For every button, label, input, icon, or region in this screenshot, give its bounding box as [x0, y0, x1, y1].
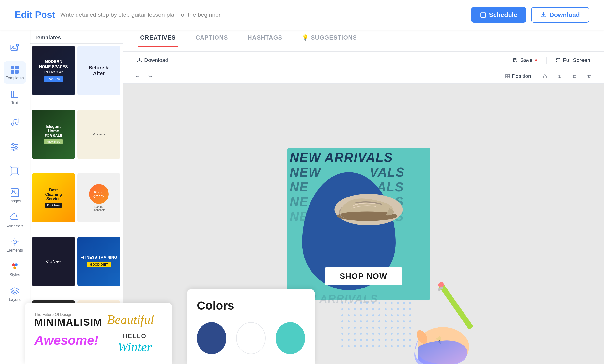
fonts-panel: The Future Of Design MINIMALISIM Beautif… — [25, 303, 172, 364]
schedule-label: Schedule — [489, 11, 517, 19]
svg-point-29 — [12, 263, 15, 266]
header-left: Edit Post Write detailed step by step gu… — [15, 10, 471, 20]
svg-point-31 — [13, 266, 16, 269]
svg-rect-0 — [481, 13, 486, 17]
redo-button[interactable]: ↪ — [145, 71, 155, 81]
save-button[interactable]: Save ● — [509, 55, 541, 65]
elements-icon — [10, 237, 20, 247]
font-hello-text: HELLO — [107, 333, 162, 340]
font-minimalism-text[interactable]: MINIMALISIM — [34, 317, 102, 328]
assets-label: Your Assets — [6, 224, 23, 228]
download-header-button[interactable]: Download — [531, 7, 589, 23]
svg-rect-37 — [508, 76, 510, 78]
sliders-icon — [10, 141, 20, 151]
sidebar-item-add-media[interactable] — [4, 37, 26, 59]
tab-captions[interactable]: CAPTIONS — [193, 34, 231, 47]
svg-point-30 — [15, 263, 18, 266]
position-label: Position — [512, 73, 531, 79]
download-canvas-button[interactable]: Download — [133, 55, 172, 65]
font-grid: The Future Of Design MINIMALISIM Beautif… — [34, 312, 162, 354]
expand-icon — [10, 166, 20, 176]
template-text: Before &After — [89, 65, 109, 76]
svg-rect-35 — [508, 74, 510, 76]
template-card[interactable]: BestCleaningService Book Now — [32, 173, 75, 222]
images-label: Images — [8, 199, 21, 203]
sidebar-item-crop[interactable] — [4, 160, 26, 182]
position-button[interactable]: Position — [501, 71, 535, 81]
tab-hashtags[interactable]: HASHTAGS — [245, 34, 285, 47]
font-awesome-text[interactable]: Awesome! — [34, 333, 102, 348]
template-text: Property — [93, 132, 105, 136]
font-cell-beautiful: Beautiful — [107, 312, 162, 328]
schedule-button[interactable]: Schedule — [471, 7, 526, 23]
template-inner: Photography NaturalSnapshots — [77, 173, 121, 222]
sidebar-item-images[interactable]: Images — [4, 184, 26, 207]
download-small-icon — [137, 58, 142, 63]
template-card[interactable]: Photography NaturalSnapshots — [77, 173, 121, 222]
download-icon — [541, 12, 547, 18]
tab-creatives[interactable]: CREATIVES — [138, 34, 178, 47]
sidebar-item-adjust[interactable] — [4, 135, 26, 157]
template-badge: Know More — [44, 139, 63, 144]
color-swatch-white[interactable] — [236, 322, 266, 354]
template-text: BestCleaningService — [45, 188, 62, 201]
sidebar-item-templates[interactable]: Templates — [4, 61, 26, 84]
sidebar-item-elements[interactable]: Elements — [4, 234, 26, 256]
template-card[interactable]: ElegantHomeFOR SALE Know More — [32, 110, 75, 159]
template-inner: Before &After — [77, 46, 121, 95]
text-label: Text — [11, 101, 18, 105]
font-cell-minimalism: The Future Of Design MINIMALISIM — [34, 312, 102, 328]
colors-panel: Colors — [187, 289, 315, 364]
font-winter-text[interactable]: Winter — [107, 340, 162, 354]
add-media-icon — [10, 43, 20, 53]
text-icon — [10, 89, 20, 99]
svg-point-17 — [16, 122, 18, 124]
sidebar-item-music[interactable] — [4, 111, 26, 133]
panel-title: Templates — [34, 34, 61, 41]
shoe-image — [322, 162, 415, 241]
font-cell-winter: HELLO Winter — [107, 333, 162, 354]
sidebar-item-assets[interactable]: Your Assets — [4, 209, 26, 231]
template-badge: Book Now — [45, 203, 62, 208]
fullscreen-button[interactable]: Full Screen — [552, 55, 594, 65]
undo-redo-group: ↩ ↪ — [133, 71, 155, 81]
flip-button[interactable] — [555, 71, 565, 81]
lock-button[interactable] — [540, 71, 550, 81]
undo-button[interactable]: ↩ — [133, 71, 143, 81]
svg-rect-32 — [514, 61, 516, 62]
toolbar-right: Save ● Full Screen — [509, 55, 594, 65]
svg-rect-24 — [12, 168, 18, 174]
color-swatch-navy[interactable] — [197, 322, 226, 354]
template-text: City View — [46, 259, 61, 263]
svg-rect-39 — [573, 75, 576, 78]
svg-rect-12 — [15, 70, 19, 74]
tab-suggestions[interactable]: 💡 SUGGESTIONS — [299, 34, 359, 47]
page-subtitle: Write detailed step by step guitar lesso… — [60, 11, 222, 18]
save-icon — [513, 58, 518, 63]
elements-label: Elements — [7, 248, 23, 253]
svg-rect-34 — [506, 74, 507, 76]
svg-rect-9 — [11, 66, 14, 69]
template-circle: Photography — [89, 184, 109, 204]
sidebar-item-text[interactable]: Text — [4, 86, 26, 108]
download-canvas-label: Download — [144, 57, 168, 63]
color-swatch-teal[interactable] — [276, 322, 305, 354]
svg-rect-11 — [11, 70, 14, 74]
delete-button[interactable] — [584, 71, 594, 81]
font-cell-awesome: Awesome! — [34, 333, 102, 354]
fullscreen-label: Full Screen — [563, 57, 590, 63]
template-card[interactable]: Before &After — [77, 46, 121, 95]
toolbar-left: Download — [133, 55, 172, 65]
template-card[interactable]: Property — [77, 110, 121, 159]
template-card[interactable]: MODERNHOME SPACESFor Great Sale Shop Now — [32, 46, 75, 95]
svg-point-5 — [12, 46, 13, 47]
template-subtext: NaturalSnapshots — [93, 205, 105, 211]
svg-rect-38 — [543, 76, 546, 78]
position-icon — [505, 74, 510, 79]
svg-point-19 — [12, 143, 14, 145]
font-subtitle: The Future Of Design — [34, 312, 102, 317]
separator — [546, 57, 547, 64]
templates-label: Templates — [6, 76, 24, 80]
copy-button[interactable] — [570, 71, 579, 81]
font-beautiful-text[interactable]: Beautiful — [107, 312, 162, 327]
